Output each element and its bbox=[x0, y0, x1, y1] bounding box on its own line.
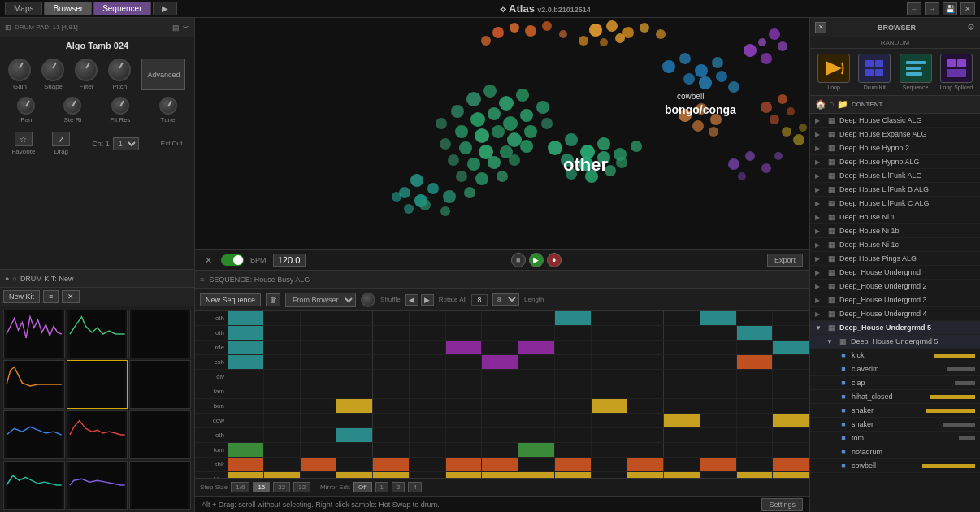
browser-close-btn[interactable]: ✕ bbox=[815, 22, 826, 33]
seq-cell[interactable] bbox=[336, 414, 373, 427]
seq-cell[interactable] bbox=[336, 311, 373, 325]
seq-cell[interactable] bbox=[301, 414, 337, 427]
seq-cell[interactable] bbox=[700, 428, 737, 442]
seq-cell[interactable] bbox=[264, 355, 301, 369]
seq-cell[interactable] bbox=[336, 355, 373, 369]
seq-cell[interactable] bbox=[592, 472, 628, 478]
seq-cell[interactable] bbox=[737, 443, 774, 457]
list-item[interactable]: ▶ ▦ Deep House Hypno ALG bbox=[810, 155, 980, 169]
seq-cell[interactable] bbox=[627, 472, 664, 478]
pad-cell-7[interactable] bbox=[3, 410, 65, 459]
seq-cell[interactable] bbox=[446, 326, 483, 340]
seq-cell[interactable] bbox=[773, 311, 809, 325]
seq-cell[interactable] bbox=[336, 341, 373, 354]
pad-cell-9[interactable] bbox=[129, 410, 191, 459]
forward-btn[interactable]: → bbox=[925, 2, 939, 15]
seq-cell[interactable] bbox=[228, 428, 264, 442]
seq-cell[interactable] bbox=[410, 341, 446, 354]
seq-cell[interactable] bbox=[737, 428, 774, 442]
seq-cell[interactable] bbox=[446, 311, 483, 325]
seq-cell[interactable] bbox=[410, 384, 446, 398]
seq-cell[interactable] bbox=[773, 428, 809, 442]
seq-cell[interactable] bbox=[264, 458, 301, 471]
seq-cell[interactable] bbox=[664, 311, 700, 325]
seq-cell[interactable] bbox=[700, 458, 737, 471]
seq-cell[interactable] bbox=[518, 428, 555, 442]
seq-cell[interactable] bbox=[518, 472, 555, 478]
steri-knob[interactable] bbox=[63, 97, 81, 115]
seq-cell[interactable] bbox=[627, 399, 664, 413]
seq-cell[interactable] bbox=[446, 341, 483, 354]
seq-cell[interactable] bbox=[592, 370, 628, 384]
seq-cell[interactable] bbox=[446, 370, 483, 384]
seq-cell[interactable] bbox=[773, 458, 809, 471]
seq-cell[interactable] bbox=[664, 326, 700, 340]
kit-list-button[interactable]: ≡ bbox=[43, 290, 59, 303]
delete-seq-btn[interactable]: 🗑 bbox=[266, 293, 280, 306]
seq-cell[interactable] bbox=[228, 399, 264, 413]
pad-cell-1[interactable] bbox=[3, 310, 65, 358]
seq-cell[interactable] bbox=[592, 341, 628, 354]
seq-cell[interactable] bbox=[555, 458, 592, 471]
seq-cell[interactable] bbox=[592, 443, 628, 457]
list-item[interactable]: ▶ ▦ Deep House LilFunk C ALG bbox=[810, 197, 980, 210]
seq-cell[interactable] bbox=[264, 428, 301, 442]
seq-cell[interactable] bbox=[336, 399, 373, 413]
seq-cell[interactable] bbox=[592, 399, 628, 413]
list-sub-subitem-hihat-closed[interactable]: ■ hihat_closed bbox=[810, 390, 980, 404]
kit-delete-button[interactable]: ✕ bbox=[62, 290, 80, 303]
seq-cell[interactable] bbox=[410, 428, 446, 442]
seq-cell[interactable] bbox=[773, 341, 809, 354]
pad-cell-8[interactable] bbox=[67, 410, 128, 459]
seq-cell[interactable] bbox=[446, 458, 483, 471]
list-item[interactable]: ▶ ▦ Deep_House Undergrmd bbox=[810, 266, 980, 280]
close-btn[interactable]: ✕ bbox=[960, 2, 975, 15]
tab-browser[interactable]: Browser bbox=[44, 2, 92, 15]
length-value[interactable]: 8 bbox=[471, 294, 488, 306]
seq-cell[interactable] bbox=[592, 458, 628, 471]
seq-cell[interactable] bbox=[737, 384, 774, 398]
seq-cell[interactable] bbox=[482, 414, 518, 427]
seq-cell[interactable] bbox=[664, 355, 700, 369]
seq-cell[interactable] bbox=[773, 384, 809, 398]
play-button[interactable]: ▶ bbox=[529, 253, 544, 267]
seq-cell[interactable] bbox=[301, 355, 337, 369]
fitres-knob[interactable] bbox=[111, 97, 129, 115]
loop-category[interactable]: Loop bbox=[815, 54, 852, 90]
seq-cell[interactable] bbox=[555, 370, 592, 384]
seq-cell[interactable] bbox=[627, 443, 664, 457]
advanced-button[interactable]: Advanced bbox=[141, 59, 185, 90]
seq-cell[interactable] bbox=[336, 384, 373, 398]
save-btn[interactable]: 💾 bbox=[943, 2, 957, 15]
list-item[interactable]: ▶ ▦ Deep_House Undergrmd 2 bbox=[810, 280, 980, 293]
seq-cell[interactable] bbox=[301, 341, 337, 354]
step-16-btn[interactable]: 16 bbox=[253, 482, 270, 492]
list-sub-subitem[interactable]: ■ clap bbox=[810, 376, 980, 390]
favorite-button[interactable]: ☆ Favorite bbox=[11, 132, 35, 155]
seq-cell[interactable] bbox=[555, 384, 592, 398]
seq-cell[interactable] bbox=[301, 399, 337, 413]
seq-cell[interactable] bbox=[336, 458, 373, 471]
list-sub-subitem[interactable]: ■ claverim bbox=[810, 362, 980, 376]
seq-cell[interactable] bbox=[446, 414, 483, 427]
seq-cell[interactable] bbox=[446, 384, 483, 398]
seq-cell[interactable] bbox=[228, 384, 264, 398]
seq-cell[interactable] bbox=[592, 355, 628, 369]
folder-icon[interactable]: 📁 bbox=[837, 99, 848, 110]
tab-maps[interactable]: Maps bbox=[5, 2, 42, 15]
seq-cell[interactable] bbox=[555, 472, 592, 478]
sequence-category[interactable]: Sequence bbox=[897, 54, 934, 90]
drag-button[interactable]: ⤢ Drag bbox=[52, 132, 70, 155]
seq-cell[interactable] bbox=[592, 414, 628, 427]
seq-cell[interactable] bbox=[627, 370, 664, 384]
seq-cell[interactable] bbox=[555, 355, 592, 369]
seq-cell[interactable] bbox=[336, 326, 373, 340]
seq-cell[interactable] bbox=[737, 458, 774, 471]
list-sub-subitem[interactable]: ■ shaker bbox=[810, 404, 980, 418]
seq-cell[interactable] bbox=[555, 399, 592, 413]
seq-cell[interactable] bbox=[228, 311, 264, 325]
list-sub-subitem[interactable]: ■ notadrum bbox=[810, 445, 980, 459]
list-item[interactable]: ▶ ▦ Deep House LilFunk ALG bbox=[810, 169, 980, 183]
seq-cell[interactable] bbox=[700, 370, 737, 384]
stop-button[interactable]: ■ bbox=[511, 253, 526, 267]
